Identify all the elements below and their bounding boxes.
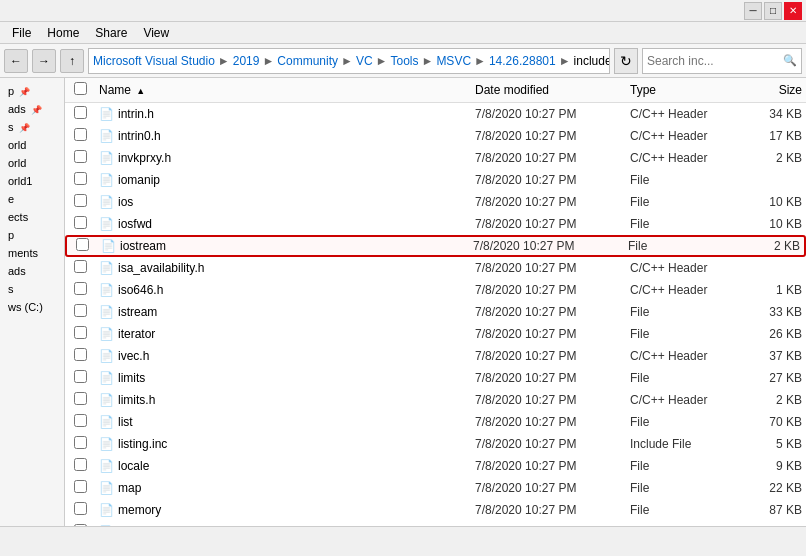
sidebar-item-ments[interactable]: ments: [0, 244, 64, 262]
row-name-3: 📄 iomanip: [95, 173, 471, 187]
row-checkbox-2[interactable]: [65, 150, 95, 166]
row-filename-4: ios: [118, 195, 133, 209]
row-checkbox-18[interactable]: [65, 502, 95, 518]
row-size-5: 10 KB: [746, 217, 806, 231]
row-type-18: File: [626, 503, 746, 517]
breadcrumb-vc[interactable]: VC: [356, 54, 373, 68]
breadcrumb-version[interactable]: 14.26.28801: [489, 54, 556, 68]
sidebar-item-orld[interactable]: orld: [0, 136, 64, 154]
menu-view[interactable]: View: [135, 24, 177, 42]
table-row[interactable]: 📄 istream 7/8/2020 10:27 PM File 33 KB: [65, 301, 806, 323]
sidebar-item-ads[interactable]: ads 📌: [0, 100, 64, 118]
main-layout: p 📌 ads 📌 s 📌 orld orld orld1 e ects p m…: [0, 78, 806, 526]
row-checkbox-6[interactable]: [67, 238, 97, 254]
header-modified[interactable]: Date modified: [471, 83, 626, 97]
menu-file[interactable]: File: [4, 24, 39, 42]
row-size-4: 10 KB: [746, 195, 806, 209]
table-row[interactable]: 📄 listing.inc 7/8/2020 10:27 PM Include …: [65, 433, 806, 455]
row-checkbox-9[interactable]: [65, 304, 95, 320]
row-checkbox-14[interactable]: [65, 414, 95, 430]
row-checkbox-3[interactable]: [65, 172, 95, 188]
row-checkbox-15[interactable]: [65, 436, 95, 452]
row-checkbox-19[interactable]: [65, 524, 95, 527]
table-row[interactable]: 📄 ivec.h 7/8/2020 10:27 PM C/C++ Header …: [65, 345, 806, 367]
header-size[interactable]: Size: [746, 83, 806, 97]
back-button[interactable]: ←: [4, 49, 28, 73]
table-row[interactable]: 📄 list 7/8/2020 10:27 PM File 70 KB: [65, 411, 806, 433]
table-row[interactable]: 📄 intrin.h 7/8/2020 10:27 PM C/C++ Heade…: [65, 103, 806, 125]
breadcrumb-msvc[interactable]: MSVC: [436, 54, 471, 68]
breadcrumb-vs[interactable]: Microsoft Visual Studio: [93, 54, 215, 68]
select-all-checkbox[interactable]: [74, 82, 87, 95]
sidebar-item-orld2[interactable]: orld: [0, 154, 64, 172]
table-row[interactable]: 📄 limits 7/8/2020 10:27 PM File 27 KB: [65, 367, 806, 389]
row-type-16: File: [626, 459, 746, 473]
table-row[interactable]: 📄 locale 7/8/2020 10:27 PM File 9 KB: [65, 455, 806, 477]
sidebar-item-p2[interactable]: p: [0, 226, 64, 244]
table-row[interactable]: 📄 iterator 7/8/2020 10:27 PM File 26 KB: [65, 323, 806, 345]
row-checkbox-10[interactable]: [65, 326, 95, 342]
table-row[interactable]: 📄 intrin0.h 7/8/2020 10:27 PM C/C++ Head…: [65, 125, 806, 147]
row-checkbox-17[interactable]: [65, 480, 95, 496]
row-filename-1: intrin0.h: [118, 129, 161, 143]
sidebar-item-orld1[interactable]: orld1: [0, 172, 64, 190]
row-checkbox-4[interactable]: [65, 194, 95, 210]
refresh-button[interactable]: ↻: [614, 48, 638, 74]
search-box[interactable]: 🔍: [642, 48, 802, 74]
sidebar-item-e[interactable]: e: [0, 190, 64, 208]
breadcrumb-community[interactable]: Community: [277, 54, 338, 68]
minimize-button[interactable]: ─: [744, 2, 762, 20]
table-row[interactable]: 📄 iosfwd 7/8/2020 10:27 PM File 10 KB: [65, 213, 806, 235]
file-icon-19: 📄: [99, 525, 114, 527]
table-row[interactable]: 📄 ios 7/8/2020 10:27 PM File 10 KB: [65, 191, 806, 213]
breadcrumb-2019[interactable]: 2019: [233, 54, 260, 68]
row-checkbox-8[interactable]: [65, 282, 95, 298]
sidebar-item-ects[interactable]: ects: [0, 208, 64, 226]
header-checkbox[interactable]: [65, 82, 95, 98]
maximize-button[interactable]: □: [764, 2, 782, 20]
file-icon-2: 📄: [99, 151, 114, 165]
table-row[interactable]: 📄 invkprxy.h 7/8/2020 10:27 PM C/C++ Hea…: [65, 147, 806, 169]
breadcrumb-tools[interactable]: Tools: [390, 54, 418, 68]
row-checkbox-13[interactable]: [65, 392, 95, 408]
row-checkbox-12[interactable]: [65, 370, 95, 386]
close-button[interactable]: ✕: [784, 2, 802, 20]
header-name[interactable]: Name ▲: [95, 83, 471, 97]
forward-button[interactable]: →: [32, 49, 56, 73]
up-button[interactable]: ↑: [60, 49, 84, 73]
row-name-14: 📄 list: [95, 415, 471, 429]
table-row[interactable]: 📄 iomanip 7/8/2020 10:27 PM File: [65, 169, 806, 191]
search-input[interactable]: [647, 54, 779, 68]
sidebar-item-s2[interactable]: s: [0, 280, 64, 298]
search-icon: 🔍: [783, 54, 797, 67]
sidebar-item-ads2[interactable]: ads: [0, 262, 64, 280]
sidebar-item-s[interactable]: s 📌: [0, 118, 64, 136]
file-icon-18: 📄: [99, 503, 114, 517]
row-size-16: 9 KB: [746, 459, 806, 473]
table-row[interactable]: 📄 memory 7/8/2020 10:27 PM File 87 KB: [65, 499, 806, 521]
breadcrumb[interactable]: Microsoft Visual Studio ► 2019 ► Communi…: [88, 48, 610, 74]
row-checkbox-0[interactable]: [65, 106, 95, 122]
row-size-6: 2 KB: [744, 239, 804, 253]
sidebar-item-p[interactable]: p 📌: [0, 82, 64, 100]
row-checkbox-5[interactable]: [65, 216, 95, 232]
row-checkbox-11[interactable]: [65, 348, 95, 364]
row-type-4: File: [626, 195, 746, 209]
table-row[interactable]: 📄 map 7/8/2020 10:27 PM File 22 KB: [65, 477, 806, 499]
table-row[interactable]: 📄 limits.h 7/8/2020 10:27 PM C/C++ Heade…: [65, 389, 806, 411]
row-filename-13: limits.h: [118, 393, 155, 407]
table-row[interactable]: 📄 iso646.h 7/8/2020 10:27 PM C/C++ Heade…: [65, 279, 806, 301]
sidebar-drive-c[interactable]: ws (C:): [0, 298, 64, 316]
row-checkbox-16[interactable]: [65, 458, 95, 474]
menu-bar: File Home Share View: [0, 22, 806, 44]
row-checkbox-7[interactable]: [65, 260, 95, 276]
table-row[interactable]: 📄 iostream 7/8/2020 10:27 PM File 2 KB: [65, 235, 806, 257]
table-row[interactable]: 📄 isa_availability.h 7/8/2020 10:27 PM C…: [65, 257, 806, 279]
row-checkbox-1[interactable]: [65, 128, 95, 144]
row-name-2: 📄 invkprxy.h: [95, 151, 471, 165]
table-row[interactable]: 📄 memory_resource 7/8/2020 10:27 PM File…: [65, 521, 806, 526]
header-type[interactable]: Type: [626, 83, 746, 97]
row-name-15: 📄 listing.inc: [95, 437, 471, 451]
menu-share[interactable]: Share: [87, 24, 135, 42]
menu-home[interactable]: Home: [39, 24, 87, 42]
